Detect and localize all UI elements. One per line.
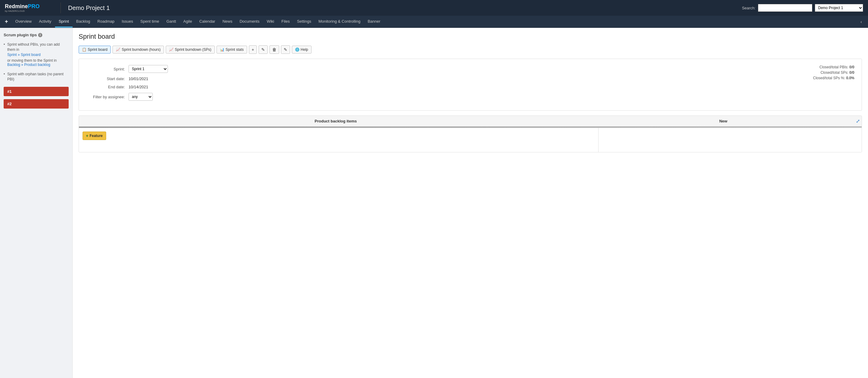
expand-board-button[interactable]: ⤢ <box>854 117 862 126</box>
top-header: RedminePRO by HAZERCLOUD Demo Project 1 … <box>0 0 868 16</box>
help-button[interactable]: i Help <box>292 46 311 54</box>
nav-item-wiki[interactable]: Wiki <box>263 16 278 28</box>
product-backlog-link[interactable]: Backlog » Product backlog <box>7 63 50 67</box>
nav-bar: + Overview Activity Sprint Backlog Roadm… <box>0 16 868 28</box>
logo-redmine: Redmine <box>5 3 28 9</box>
sidebar-tip-2: Sprint with orphan tasks (no parent PBI) <box>4 70 69 83</box>
filter-row: Filter by assignee: any me <box>86 93 813 101</box>
logo-area: RedminePRO by HAZERCLOUD <box>5 3 53 12</box>
logo: RedminePRO by HAZERCLOUD <box>5 3 40 12</box>
closed-pbis-label: Closed/total PBIs: <box>819 65 848 69</box>
new-col-header: New <box>592 116 854 126</box>
sprint-form-fields: Sprint: Sprint 1 Start date: 10/01/2021 … <box>86 65 813 104</box>
board-content: + Feature <box>79 128 862 152</box>
page-title: Sprint board <box>79 33 862 40</box>
toolbar: 📋 Sprint board 📈 Sprint burndown (hours)… <box>79 45 862 54</box>
closed-pbis-value: 0/0 <box>849 65 855 69</box>
logo-byline: by HAZERCLOUD <box>5 10 40 12</box>
closed-pbis-row: Closed/total PBIs: 0/0 <box>813 65 855 69</box>
sprint-form: Sprint: Sprint 1 Start date: 10/01/2021 … <box>79 59 862 111</box>
end-date-value: 10/14/2021 <box>128 85 148 89</box>
nav-arrows: ‹ <box>859 19 863 25</box>
orphan-item-2[interactable]: #2 <box>4 99 69 108</box>
board-new-column <box>598 128 862 152</box>
sidebar-tip-1: Sprint without PBIs, you can add them in… <box>4 41 69 58</box>
sidebar-section-tip1: Sprint without PBIs, you can add them in… <box>4 41 69 67</box>
sidebar-section-tip2: Sprint with orphan tasks (no parent PBI) <box>4 70 69 83</box>
nav-left-arrow[interactable]: ‹ <box>859 19 863 25</box>
nav-item-documents[interactable]: Documents <box>236 16 263 28</box>
nav-item-banner[interactable]: Banner <box>364 16 384 28</box>
delete-button[interactable]: 🗑 <box>270 45 279 54</box>
nav-item-gantt[interactable]: Gantt <box>163 16 180 28</box>
nav-item-activity[interactable]: Activity <box>35 16 55 28</box>
sprint-label: Sprint: <box>86 67 128 71</box>
board-header: Product backlog items New ⤢ <box>79 116 862 127</box>
closed-sps-pct-label: Closed/total SPs %: <box>813 76 845 80</box>
feature-plus-icon: + <box>86 133 88 138</box>
help-icon: i <box>295 48 300 52</box>
logo-pro: PRO <box>28 3 40 9</box>
feature-button[interactable]: + Feature <box>83 131 106 140</box>
orphan-item-1[interactable]: #1 <box>4 87 69 96</box>
sprint-board-link[interactable]: Sprint » Sprint board <box>7 53 40 57</box>
search-label: Search: <box>742 6 755 10</box>
nav-item-calendar[interactable]: Calendar <box>196 16 219 28</box>
stats-icon: 📊 <box>220 48 224 52</box>
nav-items: Overview Activity Sprint Backlog Roadmap… <box>12 16 384 28</box>
sprint-form-inner: Sprint: Sprint 1 Start date: 10/01/2021 … <box>86 65 855 104</box>
closed-sps-row: Closed/total SPs: 0/0 <box>813 70 855 75</box>
content-area: Sprint board 📋 Sprint board 📈 Sprint bur… <box>72 28 868 378</box>
search-area: Search: Demo Project 1 <box>742 4 863 12</box>
end-date-row: End date: 10/14/2021 <box>86 85 813 89</box>
closed-sps-value: 0/0 <box>849 70 855 75</box>
sprint-board-button[interactable]: 📋 Sprint board <box>79 46 111 54</box>
nav-plus-button[interactable]: + <box>5 19 8 25</box>
sprint-board-icon: 📋 <box>82 48 87 52</box>
sidebar: Scrum plugin tips i Sprint without PBIs,… <box>0 28 72 378</box>
sprint-burndown-hours-button[interactable]: 📈 Sprint burndown (hours) <box>113 46 164 54</box>
nav-item-news[interactable]: News <box>219 16 236 28</box>
nav-item-agile[interactable]: Agile <box>180 16 196 28</box>
board-area: Product backlog items New ⤢ + Feature <box>79 116 862 152</box>
start-date-label: Start date: <box>86 76 128 81</box>
nav-item-roadmap[interactable]: Roadmap <box>94 16 118 28</box>
start-date-value: 10/01/2021 <box>128 76 148 81</box>
burndown-sps-icon: 📈 <box>169 48 174 52</box>
closed-sps-pct-row: Closed/total SPs %: 0.0% <box>813 76 855 80</box>
end-date-label: End date: <box>86 85 128 89</box>
closed-sps-pct-value: 0.0% <box>846 76 855 80</box>
edit-button[interactable]: ✎ <box>258 45 268 54</box>
burndown-hours-icon: 📈 <box>116 48 120 52</box>
nav-item-overview[interactable]: Overview <box>12 16 35 28</box>
filter-select[interactable]: any me <box>128 93 153 101</box>
nav-item-sprint[interactable]: Sprint <box>55 16 72 28</box>
project-title: Demo Project 1 <box>68 4 737 11</box>
nav-item-spent-time[interactable]: Spent time <box>137 16 163 28</box>
nav-item-monitoring[interactable]: Monitoring & Controlling <box>315 16 364 28</box>
sprint-burndown-sps-button[interactable]: 📈 Sprint burndown (SPs) <box>166 46 215 54</box>
stats-area: Closed/total PBIs: 0/0 Closed/total SPs:… <box>813 65 855 104</box>
board-pbi-column: + Feature <box>79 128 598 152</box>
main-wrapper: Scrum plugin tips i Sprint without PBIs,… <box>0 28 868 378</box>
sprint-select[interactable]: Sprint 1 <box>128 65 168 73</box>
sprint-stats-button[interactable]: 📊 Sprint stats <box>217 46 247 54</box>
sidebar-tip-1b: or moving them to the Sprint in Backlog … <box>4 58 69 67</box>
closed-sps-label: Closed/total SPs: <box>820 70 848 75</box>
add-button[interactable]: + <box>249 45 257 54</box>
nav-item-backlog[interactable]: Backlog <box>72 16 94 28</box>
nav-item-issues[interactable]: Issues <box>118 16 137 28</box>
edit2-button[interactable]: ✎ <box>281 45 290 54</box>
sprint-row: Sprint: Sprint 1 <box>86 65 813 73</box>
search-input[interactable] <box>758 4 812 12</box>
sidebar-title: Scrum plugin tips i <box>4 33 69 37</box>
info-icon[interactable]: i <box>38 33 42 37</box>
project-select[interactable]: Demo Project 1 <box>815 4 863 12</box>
pbi-col-header: Product backlog items <box>79 116 592 126</box>
filter-label: Filter by assignee: <box>86 95 128 99</box>
nav-item-settings[interactable]: Settings <box>293 16 315 28</box>
nav-item-files[interactable]: Files <box>278 16 293 28</box>
start-date-row: Start date: 10/01/2021 <box>86 76 813 81</box>
